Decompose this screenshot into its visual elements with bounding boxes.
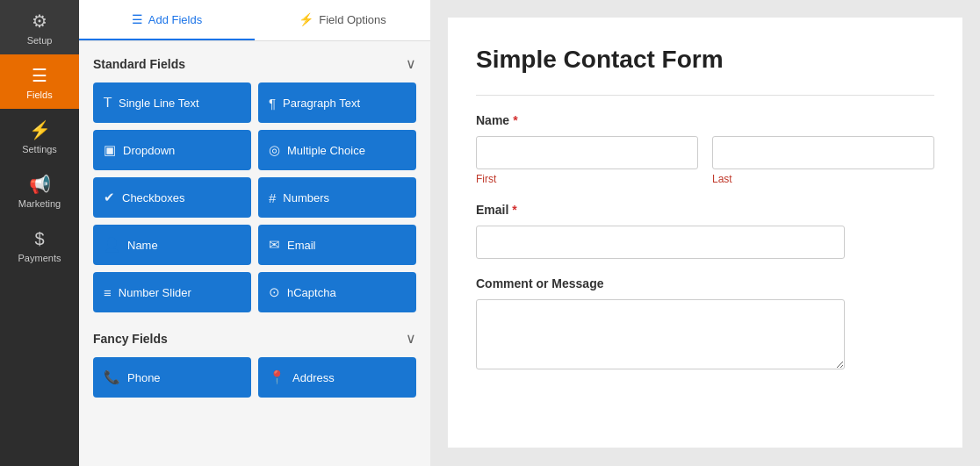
form-divider (476, 95, 934, 96)
fancy-fields-header: Fancy Fields ∨ (93, 330, 416, 347)
dropdown-label: Dropdown (123, 144, 175, 157)
gear-icon: ⚙ (32, 12, 47, 30)
sidebar-item-fields[interactable]: ☰ Fields (0, 54, 79, 109)
field-options-tab-label: Field Options (319, 13, 386, 26)
single-line-text-label: Single Line Text (119, 97, 199, 110)
address-label: Address (292, 371, 335, 384)
sidebar-item-payments[interactable]: $ Payments (0, 218, 79, 272)
tabs-bar: ☰ Add Fields ⚡ Field Options (79, 0, 430, 41)
numbers-button[interactable]: # Numbers (258, 177, 416, 218)
sidebar-item-settings[interactable]: ⚡ Settings (0, 109, 79, 163)
single-line-text-button[interactable]: 𝖳 Single Line Text (93, 82, 251, 123)
sidebar-item-payments-label: Payments (18, 253, 61, 263)
name-required-star: * (513, 113, 517, 127)
last-name-input[interactable] (712, 136, 934, 169)
fields-icon: ☰ (32, 67, 47, 84)
sidebar-item-settings-label: Settings (22, 144, 57, 154)
email-input[interactable] (476, 226, 845, 259)
payments-icon: $ (34, 230, 44, 247)
address-button[interactable]: 📍 Address (258, 357, 416, 398)
email-button[interactable]: ✉ Email (258, 225, 416, 265)
email-required-star: * (512, 203, 516, 217)
first-name-wrap: First (476, 136, 698, 185)
dropdown-icon: ▣ (104, 142, 116, 158)
paragraph-text-icon: ¶ (269, 96, 276, 111)
phone-icon: 📞 (104, 369, 120, 385)
sidebar: ⚙ Setup ☰ Fields ⚡ Settings 📢 Marketing … (0, 0, 79, 466)
single-line-text-icon: 𝖳 (104, 95, 112, 111)
sidebar-item-setup-label: Setup (27, 35, 53, 46)
form-card: Simple Contact Form Name * First Last (448, 18, 962, 448)
tab-add-fields[interactable]: ☰ Add Fields (79, 0, 255, 40)
multiple-choice-icon: ◎ (269, 142, 280, 158)
name-icon: 👤 (104, 237, 120, 253)
checkboxes-label: Checkboxes (122, 191, 185, 204)
fancy-fields-grid: 📞 Phone 📍 Address (93, 357, 416, 398)
settings-icon: ⚡ (29, 121, 51, 139)
name-label: Name * (476, 113, 934, 127)
marketing-icon: 📢 (29, 176, 51, 193)
paragraph-text-label: Paragraph Text (283, 97, 360, 110)
email-label: Email (287, 239, 316, 252)
fancy-fields-toggle[interactable]: ∨ (406, 330, 416, 347)
field-options-tab-icon: ⚡ (299, 12, 313, 26)
number-slider-icon: ≡ (104, 285, 112, 300)
phone-label: Phone (127, 371, 161, 384)
hcaptcha-icon: ⊙ (269, 284, 280, 300)
comment-label-text: Comment or Message (476, 276, 603, 290)
form-preview: Simple Contact Form Name * First Last (430, 0, 980, 466)
dropdown-button[interactable]: ▣ Dropdown (93, 130, 251, 170)
numbers-label: Numbers (283, 191, 329, 204)
hcaptcha-button[interactable]: ⊙ hCaptcha (258, 272, 416, 312)
standard-fields-header: Standard Fields ∨ (93, 55, 416, 72)
email-label-text: Email (476, 203, 508, 217)
multiple-choice-label: Multiple Choice (287, 144, 365, 157)
name-label-text: Name (476, 113, 509, 127)
email-field-group: Email * (476, 203, 934, 259)
checkboxes-button[interactable]: ✔ Checkboxes (93, 177, 251, 218)
form-title: Simple Contact Form (476, 46, 934, 74)
middle-panel: ☰ Add Fields ⚡ Field Options Standard Fi… (79, 0, 430, 466)
sidebar-item-fields-label: Fields (26, 90, 52, 100)
numbers-icon: # (269, 190, 276, 205)
last-name-sublabel: Last (712, 173, 934, 185)
last-name-wrap: Last (712, 136, 934, 185)
name-button[interactable]: 👤 Name (93, 225, 251, 265)
multiple-choice-button[interactable]: ◎ Multiple Choice (258, 130, 416, 170)
number-slider-button[interactable]: ≡ Number Slider (93, 272, 251, 312)
checkboxes-icon: ✔ (104, 190, 115, 205)
first-name-sublabel: First (476, 173, 698, 185)
tab-field-options[interactable]: ⚡ Field Options (255, 0, 430, 40)
sidebar-item-marketing-label: Marketing (18, 198, 61, 209)
address-icon: 📍 (269, 369, 285, 385)
standard-fields-title: Standard Fields (93, 57, 185, 71)
fancy-fields-title: Fancy Fields (93, 332, 168, 346)
name-inputs-row: First Last (476, 136, 934, 185)
fields-content: Standard Fields ∨ 𝖳 Single Line Text ¶ P… (79, 41, 430, 466)
standard-fields-toggle[interactable]: ∨ (406, 55, 416, 72)
name-label: Name (127, 239, 158, 252)
sidebar-item-setup[interactable]: ⚙ Setup (0, 0, 79, 54)
hcaptcha-label: hCaptcha (287, 286, 336, 299)
email-label: Email * (476, 203, 934, 217)
comment-label: Comment or Message (476, 276, 934, 290)
sidebar-item-marketing[interactable]: 📢 Marketing (0, 163, 79, 218)
name-field-group: Name * First Last (476, 113, 934, 185)
paragraph-text-button[interactable]: ¶ Paragraph Text (258, 82, 416, 123)
add-fields-tab-icon: ☰ (132, 12, 143, 26)
add-fields-tab-label: Add Fields (148, 13, 202, 26)
comment-field-group: Comment or Message (476, 276, 934, 373)
comment-textarea[interactable] (476, 299, 845, 369)
email-icon: ✉ (269, 237, 280, 253)
standard-fields-grid: 𝖳 Single Line Text ¶ Paragraph Text ▣ Dr… (93, 82, 416, 312)
first-name-input[interactable] (476, 136, 698, 169)
number-slider-label: Number Slider (119, 286, 191, 299)
phone-button[interactable]: 📞 Phone (93, 357, 251, 398)
